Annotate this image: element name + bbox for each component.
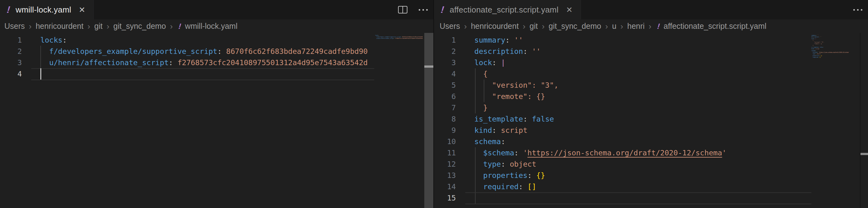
yaml-file-icon: ! [440,5,444,15]
close-icon[interactable]: ✕ [79,6,85,14]
vscode-editor-area: ! wmill-lock.yaml ✕ Users›henricourdent›… [0,0,868,208]
overview-cursor-marker [424,66,433,68]
code-line[interactable]: u/henri/affectionate_script: f2768573cfc… [40,57,374,68]
breadcrumb-file[interactable]: wmill-lock.yaml [185,22,237,31]
chevron-right-icon: › [170,22,173,30]
tab-label: affectionate_script.script.yaml [450,5,558,15]
code-line[interactable] [375,40,382,41]
code-line[interactable]: } [474,102,811,113]
overview-cursor-marker [861,153,868,155]
more-actions-icon[interactable] [853,9,862,11]
code-line[interactable]: "version": "3", [474,80,811,91]
breadcrumb-item[interactable]: git_sync_demo [549,22,601,31]
code-line[interactable]: locks: [40,34,374,46]
code-line[interactable]: properties: {} [474,170,811,181]
current-line-highlight [465,192,811,204]
editor-group-right: ! affectionate_script.script.yaml ✕ User… [433,0,868,208]
chevron-right-icon: › [649,22,652,30]
breadcrumb-item[interactable]: git_sync_demo [114,22,166,31]
code-line[interactable]: summary: '' [474,34,811,46]
chevron-right-icon: › [523,22,526,30]
tab-wmill-lock-yaml[interactable]: ! wmill-lock.yaml ✕ [0,0,94,20]
breadcrumb-item[interactable]: Users [440,22,460,31]
chevron-right-icon: › [106,22,110,30]
minimap-content: summary: ''description: ''lock: | { "ver… [811,34,818,60]
breadcrumb-item[interactable]: henricourdent [471,22,519,31]
editor-group-left: ! wmill-lock.yaml ✕ Users›henricourdent›… [0,0,433,208]
indent-guide [484,80,484,102]
minimap-right[interactable]: summary: ''description: ''lock: | { "ver… [811,34,856,208]
yaml-file-icon: ! [6,5,10,15]
code-line[interactable]: u/henri/affectionate_script: f2768573cfc… [375,37,382,39]
code-line[interactable]: f/developers_example/supportive_script: … [40,46,374,57]
current-line-highlight [31,68,374,80]
chevron-right-icon: › [606,22,608,30]
editor-right[interactable]: 123456789101112131415 summary: ''descrip… [434,33,868,208]
tab-bar-right: ! affectionate_script.script.yaml ✕ [434,0,868,20]
indent-guide [40,46,41,68]
code-line[interactable] [811,58,818,60]
code-line[interactable]: required: [] [811,56,818,58]
yaml-file-icon: ! [178,23,182,30]
tab-label: wmill-lock.yaml [16,5,71,15]
scrollbar-right[interactable] [860,33,868,208]
breadcrumb-item[interactable]: u [612,22,616,31]
editor-actions-right [853,0,862,20]
indent-guide [475,68,475,113]
code-line[interactable]: { [474,68,811,80]
code-line[interactable]: "remote": {} [474,91,811,102]
yaml-file-icon: ! [657,23,660,30]
code-line[interactable]: required: [] [474,181,811,192]
chevron-right-icon: › [88,22,90,30]
text-cursor [40,68,41,80]
more-actions-icon[interactable] [419,9,428,11]
code-line[interactable]: schema: [474,136,811,147]
tab-bar-left: ! wmill-lock.yaml ✕ [0,0,433,20]
breadcrumb-left[interactable]: Users›henricourdent›git›git_sync_demo›!w… [0,20,433,33]
code-line[interactable]: $schema: 'https://json-schema.org/draft/… [474,147,811,158]
chevron-right-icon: › [464,22,467,30]
code-line[interactable]: is_template: false [474,113,811,125]
tab-affectionate-script-yaml[interactable]: ! affectionate_script.script.yaml ✕ [434,0,581,20]
editor-left[interactable]: 1234 locks: f/developers_example/support… [0,33,433,208]
breadcrumb-item[interactable]: Users [4,22,25,31]
chevron-right-icon: › [542,22,545,30]
breadcrumb-item[interactable]: git [94,22,102,31]
close-icon[interactable]: ✕ [566,6,572,14]
code-line[interactable]: lock: | [474,57,811,68]
chevron-right-icon: › [620,22,623,30]
split-editor-icon[interactable] [398,6,407,14]
code-line[interactable]: kind: script [474,125,811,136]
minimap-left[interactable]: locks: f/developers_example/supportive_s… [375,34,424,208]
breadcrumb-item[interactable]: henri [627,22,645,31]
breadcrumb-item[interactable]: henricourdent [36,22,84,31]
breadcrumb-item[interactable]: git [530,22,538,31]
code-line[interactable]: description: '' [474,46,811,57]
chevron-right-icon: › [29,22,32,30]
scrollbar-left[interactable] [424,33,433,208]
code-line[interactable]: type: object [474,158,811,170]
editor-actions-left [398,0,428,20]
breadcrumb-file[interactable]: affectionate_script.script.yaml [663,22,766,31]
minimap-content: locks: f/developers_example/supportive_s… [375,34,382,41]
breadcrumb-right[interactable]: Users›henricourdent›git›git_sync_demo›u›… [434,20,868,33]
code-right[interactable]: summary: ''description: ''lock: | { "ver… [434,34,811,204]
